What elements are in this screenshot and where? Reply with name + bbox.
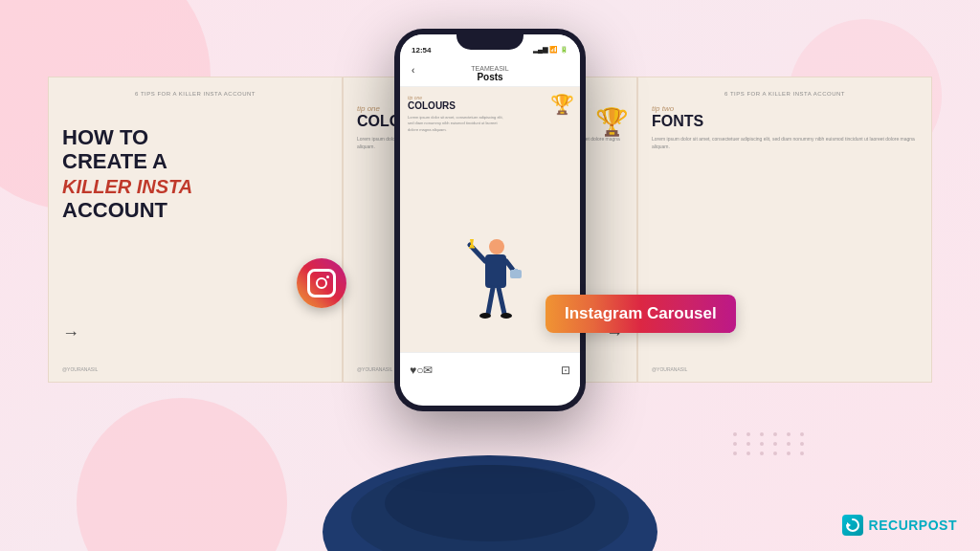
svg-point-2 [385, 465, 595, 541]
carousel-label: Instagram Carousel [546, 295, 736, 333]
dot-grid-right [733, 432, 808, 455]
phone-screen: 12:54 ▂▄▆ 📶 🔋 ‹ TEAMEASIL Posts tip one … [400, 34, 580, 406]
phone-tip-title: COLOURS [408, 100, 572, 111]
phone-tip-body: Lorem ipsum dolor sit amet, consectetuer… [408, 115, 506, 133]
slide-3-header: 6 TIPS FOR A KILLER INSTA ACCOUNT [652, 91, 918, 97]
svg-point-11 [479, 313, 491, 319]
phone-comment-icon[interactable]: ○ [416, 364, 423, 377]
phone-username: TEAMEASIL [412, 65, 568, 72]
phone-ig-header: ‹ TEAMEASIL Posts [400, 61, 580, 87]
svg-rect-4 [485, 254, 506, 288]
slide-1-footer: @YOURANASIL [62, 366, 98, 372]
slide-3-tip-title: FONTS [652, 113, 918, 130]
instagram-icon-badge [297, 258, 346, 308]
carousel-slide-3: 6 TIPS FOR A KILLER INSTA ACCOUNT tip tw… [637, 77, 932, 383]
slide-1-main-text: HOW TOCREATE Akiller instaACCOUNT [62, 125, 328, 222]
trophy-icon: 🏆 [595, 106, 629, 138]
instagram-lens-dot [326, 276, 329, 278]
svg-rect-15 [469, 247, 475, 249]
signal-icon: ▂▄▆ [533, 46, 547, 54]
phone-heart-icon[interactable]: ♥ [410, 364, 416, 377]
phone-action-bar: ♥ ○ ✉ ⊡ [400, 352, 580, 386]
slide-1-header: 6 TIPS FOR A KILLER INSTA ACCOUNT [62, 91, 328, 97]
svg-rect-7 [510, 270, 522, 278]
recurpost-logo: RECURPOST [842, 515, 957, 536]
battery-icon: 🔋 [560, 46, 568, 54]
slide-3-tip-label: tip two [652, 104, 918, 113]
svg-point-12 [501, 313, 512, 319]
phone-status-icons: ▂▄▆ 📶 🔋 [533, 46, 568, 54]
slide-1-arrow: → [62, 323, 79, 343]
phone-slide-content: tip one COLOURS Lorem ipsum dolor sit am… [400, 87, 580, 386]
phone-share-icon[interactable]: ✉ [423, 364, 433, 377]
recurpost-icon [842, 515, 863, 536]
slide-3-tip-body: Lorem ipsum dolor sit amet, consectetuer… [652, 136, 918, 150]
phone-trophy-icon: 🏆 [550, 93, 574, 116]
phone-bookmark-icon[interactable]: ⊡ [561, 364, 570, 377]
svg-line-10 [499, 288, 504, 314]
recurpost-name: RECURPOST [869, 518, 957, 533]
wifi-icon: 📶 [549, 46, 558, 54]
slide-3-footer: @YOURANASIL [652, 366, 687, 372]
svg-point-3 [489, 239, 504, 254]
instagram-camera-circle [316, 277, 327, 289]
slide-1-killer: killer insta [62, 176, 192, 197]
phone-time: 12:54 [412, 46, 431, 55]
phone-section-label: Posts [412, 72, 568, 82]
phone-slide-preview: tip one COLOURS Lorem ipsum dolor sit am… [400, 87, 580, 386]
carousel-slide-1: 6 TIPS FOR A KILLER INSTA ACCOUNT HOW TO… [48, 77, 343, 383]
svg-rect-14 [470, 245, 474, 247]
svg-marker-16 [847, 522, 851, 528]
phone-mockup: 12:54 ▂▄▆ 📶 🔋 ‹ TEAMEASIL Posts tip one … [394, 29, 586, 411]
instagram-icon-inner [307, 269, 336, 298]
slide-2-footer: @YOURANASIL [357, 366, 392, 372]
svg-line-9 [488, 288, 493, 314]
phone-back-button[interactable]: ‹ [412, 65, 414, 76]
person-illustration [457, 228, 523, 352]
phone-notch [457, 29, 523, 50]
